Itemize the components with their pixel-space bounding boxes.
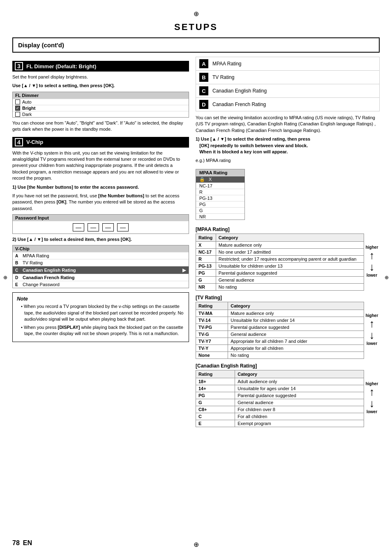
mpaa-higher-lower: higher ↑ ↓ lower bbox=[364, 234, 380, 278]
fl-checkbox-auto[interactable] bbox=[15, 99, 20, 104]
fl-label-bright: Bright bbox=[22, 106, 35, 111]
vchip-letter-d: D bbox=[15, 275, 21, 280]
fl-label-auto: Auto bbox=[22, 99, 32, 104]
pwd-digit-3: — bbox=[102, 223, 114, 231]
vchip-arrow: ▶ bbox=[182, 267, 186, 273]
mpaa-lower-label: lower bbox=[367, 273, 377, 278]
right-description: You can set the viewing limitation accor… bbox=[196, 115, 380, 134]
letter-row-a: A MPAA Rating bbox=[196, 57, 380, 70]
fl-dimmer-table: FL Dimmer Auto ✓ Bright Dark bbox=[12, 92, 189, 118]
can-en-row-18: 18+ Adult audience only bbox=[196, 378, 364, 385]
mpaa-row-pg13[interactable]: PG-13 bbox=[196, 195, 244, 201]
mpaa-row-data-nc17: NC-17 No one under 17 admitted bbox=[196, 248, 364, 255]
canadian-english-section: [Canadian English Rating] Rating Categor… bbox=[196, 363, 380, 427]
vchip-letter-e: E bbox=[15, 282, 21, 287]
step1-detail: If you have not set the password, first,… bbox=[12, 193, 189, 212]
can-en-col-rating: Rating bbox=[196, 370, 235, 378]
letter-badge-d: D bbox=[199, 100, 208, 109]
vchip-row-d[interactable]: D Canadian French Rating bbox=[13, 274, 189, 281]
can-en-row-pg: PG Parental guidance suggested bbox=[196, 392, 364, 399]
letter-row-b: B TV Rating bbox=[196, 70, 380, 84]
vchip-item-a: MPAA Rating bbox=[23, 253, 49, 258]
pwd-digit-1: — bbox=[73, 223, 84, 231]
vchip-row-a[interactable]: A MPAA Rating bbox=[13, 252, 189, 259]
mpaa-cat-pg13: Unsuitable for children under 13 bbox=[216, 262, 364, 269]
vchip-item-c: Canadian English Rating bbox=[23, 268, 76, 273]
mpaa-table: Rating Category X Mature audience only N… bbox=[196, 234, 364, 291]
tv-lower-label: lower bbox=[367, 341, 377, 346]
vchip-row-c[interactable]: C Canadian English Rating ▶ bbox=[13, 266, 189, 274]
vchip-letter-a: A bbox=[15, 254, 21, 258]
mpaa-row-data-r: R Restricted; under 17 requires accompan… bbox=[196, 255, 364, 262]
mpaa-rating-x: X bbox=[196, 241, 216, 248]
tv-rating-ma: TV-MA bbox=[196, 310, 228, 317]
section4-number: 4 bbox=[15, 138, 23, 146]
vchip-item-e: Change Password bbox=[23, 282, 60, 287]
section-title: Display (cont'd) bbox=[18, 42, 374, 49]
mpaa-row-data-x: X Mature audience only bbox=[196, 241, 364, 248]
vchip-item-b: TV Rating bbox=[23, 260, 43, 265]
tv-col-category: Category bbox=[228, 302, 364, 310]
tv-rating-y: TV-Y bbox=[196, 345, 228, 352]
letter-row-c: C Canadian English Rating bbox=[196, 84, 380, 97]
mpaa-row-g[interactable]: G bbox=[196, 207, 244, 213]
pwd-header: Password Input bbox=[13, 215, 189, 221]
can-en-cat-14: Unsuitable for ages under 14 bbox=[235, 385, 364, 392]
section3-instruction: Use [▲ / ▼] to select a setting, then pr… bbox=[12, 83, 189, 89]
tv-table: Rating Category TV-MA Mature audience on… bbox=[196, 302, 364, 359]
can-en-up-arrow: ↑ bbox=[369, 386, 375, 398]
tv-down-arrow: ↓ bbox=[369, 329, 375, 341]
tv-row-14: TV-14 Unsuitable for children under 14 bbox=[196, 317, 364, 324]
canadian-english-table: Rating Category 18+ Adult audience only … bbox=[196, 370, 364, 427]
tv-rating-section: [TV Rating] Rating Category TV-MA bbox=[196, 295, 380, 359]
vchip-menu: V-Chip A MPAA Rating B TV Rating C Canad… bbox=[12, 245, 189, 288]
compass-top: ⊕ bbox=[12, 10, 380, 18]
vchip-row-b[interactable]: B TV Rating bbox=[13, 259, 189, 266]
section3-title: FL Dimmer (Default: Bright) bbox=[26, 63, 96, 69]
pwd-digit-4: — bbox=[117, 223, 129, 231]
page-number: 78 bbox=[12, 539, 20, 547]
can-en-rating-c8: C8+ bbox=[196, 406, 235, 413]
fl-checkbox-bright[interactable]: ✓ bbox=[15, 106, 20, 111]
mpaa-row-r[interactable]: R bbox=[196, 189, 244, 195]
can-en-higher-lower: higher ↑ ↓ lower bbox=[364, 370, 380, 414]
mpaa-row-data-nr: NR No rating bbox=[196, 283, 364, 290]
can-en-cat-c8: For children over 8 bbox=[235, 406, 364, 413]
vchip-row-e[interactable]: E Change Password bbox=[13, 281, 189, 288]
mpaa-rating-box: MPAA Rating 🔒 X NC-17 R PG-13 PG G NR bbox=[196, 169, 245, 220]
letter-label-c: Canadian English Rating bbox=[212, 88, 267, 94]
compass-right: ⊕ bbox=[385, 275, 389, 280]
mpaa-cat-nr: No rating bbox=[216, 283, 364, 290]
letter-badge-a: A bbox=[199, 59, 208, 68]
right-column: A MPAA Rating B TV Rating C Canadian Eng… bbox=[196, 57, 380, 427]
tv-row-none: None No rating bbox=[196, 352, 364, 358]
tv-cat-none: No rating bbox=[228, 352, 364, 358]
can-en-row-14: 14+ Unsuitable for ages under 14 bbox=[196, 385, 364, 392]
can-en-cat-e: Exempt program bbox=[235, 420, 364, 427]
mpaa-row-nc17[interactable]: NC-17 bbox=[196, 183, 244, 189]
fl-checkbox-dark[interactable] bbox=[15, 112, 20, 117]
can-en-rating-c: C bbox=[196, 413, 235, 420]
tv-cat-pg: Parental guidance suggested bbox=[228, 324, 364, 331]
mpaa-row-pg[interactable]: PG bbox=[196, 201, 244, 207]
letter-badge-c: C bbox=[199, 86, 208, 95]
tv-section-title: [TV Rating] bbox=[196, 295, 380, 301]
section3-header: 3 FL Dimmer (Default: Bright) bbox=[12, 61, 189, 72]
right-example: e.g.) MPAA rating bbox=[196, 157, 380, 164]
mpaa-down-arrow: ↓ bbox=[369, 261, 375, 273]
tv-up-arrow: ↑ bbox=[369, 318, 375, 330]
lock-icon: 🔒 bbox=[199, 177, 205, 182]
tv-rating-g: TV-G bbox=[196, 331, 228, 338]
note-box: Note When you record a TV program blocke… bbox=[12, 292, 189, 342]
mpaa-row-x[interactable]: 🔒 X bbox=[196, 176, 244, 183]
section4-header: 4 V-Chip bbox=[12, 137, 189, 148]
mpaa-up-arrow: ↑ bbox=[369, 250, 375, 261]
mpaa-cat-pg: Parental guidance suggested bbox=[216, 269, 364, 276]
fl-option-dark: Dark bbox=[13, 111, 189, 117]
tv-row-y7: TV-Y7 Appropriate for all children 7 and… bbox=[196, 338, 364, 345]
mpaa-rating-nr: NR bbox=[196, 283, 216, 290]
pwd-digit-2: — bbox=[88, 223, 99, 231]
compass-left: ⊕ bbox=[3, 275, 7, 280]
can-en-rating-pg: PG bbox=[196, 392, 235, 399]
mpaa-row-nr[interactable]: NR bbox=[196, 213, 244, 220]
